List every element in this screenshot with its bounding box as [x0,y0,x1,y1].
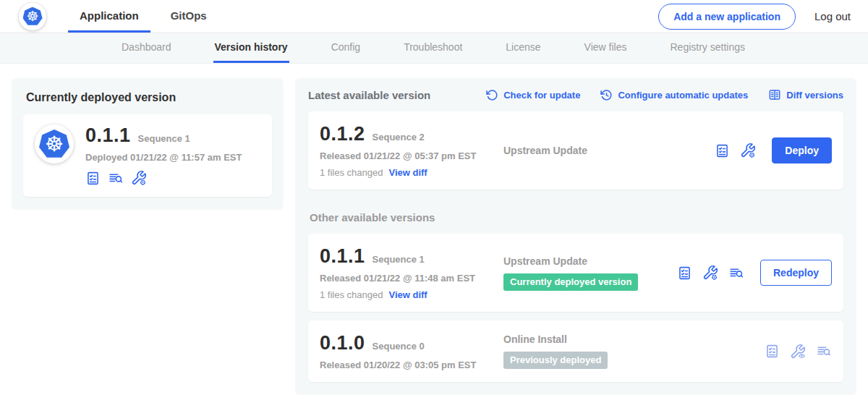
other-versions-title: Other available versions [310,211,843,224]
version-sequence: Sequence 2 [373,132,425,143]
version-row-0-1-1: 0.1.1 Sequence 1 Released 01/21/22 @ 11:… [308,234,843,312]
preflight-checks-icon[interactable] [715,143,730,158]
previously-deployed-badge: Previously deployed [503,352,608,369]
latest-version-title: Latest available version [308,89,430,101]
deployed-version-number: 0.1.1 [85,124,131,147]
deployed-version-panel: Currently deployed version ☸ 0.1.1 Seque… [12,78,284,210]
diff-versions-link[interactable]: Diff versions [768,88,843,101]
kubernetes-logo: ☸ [19,3,46,30]
version-history-panel: Latest available version Check for updat… [295,78,856,395]
app-subnav: Dashboard Version history Config Trouble… [0,33,868,64]
version-source: Upstream Update [503,255,677,267]
view-diff-link[interactable]: View diff [388,289,427,300]
app-logo: ☸ [35,124,74,163]
redeploy-button[interactable]: Redeploy [760,260,832,286]
deploy-logs-icon[interactable] [728,265,744,281]
deploy-button[interactable]: Deploy [772,137,832,163]
tab-config[interactable]: Config [330,33,362,63]
preflight-checks-icon[interactable] [677,265,692,281]
check-for-update-link[interactable]: Check for update [486,89,580,101]
deploy-logs-icon[interactable] [108,171,124,186]
tab-license[interactable]: License [504,33,542,63]
tab-dashboard[interactable]: Dashboard [120,33,173,63]
version-source: Upstream Update [503,145,715,156]
files-changed: 1 files changed [320,289,383,300]
deployed-timestamp: Deployed 01/21/22 @ 11:57 am EST [85,152,242,163]
preflight-checks-icon[interactable] [765,344,780,359]
deployed-version-card: ☸ 0.1.1 Sequence 1 Deployed 01/21/22 @ 1… [23,114,272,197]
diff-versions-label: Diff versions [786,90,843,101]
version-number: 0.1.0 [320,332,365,354]
edit-config-icon[interactable] [740,143,756,158]
deploy-logs-icon[interactable] [816,344,832,359]
edit-config-icon[interactable] [702,265,718,281]
refresh-icon [486,89,498,101]
tab-gitops[interactable]: GitOps [159,0,218,33]
top-bar: ☸ Application GitOps Add a new applicati… [0,0,868,33]
check-for-update-label: Check for update [503,90,580,101]
tab-view-files[interactable]: View files [583,33,629,63]
released-timestamp: Released 01/20/22 @ 03:05 pm EST [320,360,503,370]
app-nav: Application GitOps [68,0,227,33]
tab-application[interactable]: Application [68,0,150,33]
diff-icon [768,88,781,101]
add-application-button[interactable]: Add a new application [658,4,796,30]
deployed-sequence: Sequence 1 [138,133,190,144]
currently-deployed-badge: Currently deployed version [503,273,638,291]
auto-update-icon [600,89,613,101]
configure-auto-updates-label: Configure automatic updates [618,90,748,101]
preflight-checks-icon[interactable] [85,171,101,186]
logout-button[interactable]: Log out [814,10,851,22]
files-changed: 1 files changed [320,167,383,178]
view-config-icon[interactable] [790,344,806,360]
edit-config-icon[interactable] [131,170,147,186]
view-diff-link[interactable]: View diff [388,167,427,178]
released-timestamp: Released 01/21/22 @ 11:48 am EST [320,273,503,284]
version-number: 0.1.1 [320,245,365,268]
released-timestamp: Released 01/21/22 @ 05:37 pm EST [320,150,503,161]
version-sequence: Sequence 1 [373,254,425,265]
configure-auto-updates-link[interactable]: Configure automatic updates [600,89,748,101]
version-source: Online Install [503,333,765,345]
tab-version-history[interactable]: Version history [213,33,289,63]
version-sequence: Sequence 0 [373,341,425,352]
tab-troubleshoot[interactable]: Troubleshoot [402,33,464,63]
deployed-panel-title: Currently deployed version [26,91,272,104]
main-content: Currently deployed version ☸ 0.1.1 Seque… [0,64,868,408]
version-row-0-1-0: 0.1.0 Sequence 0 Released 01/20/22 @ 03:… [308,320,843,382]
version-number: 0.1.2 [320,123,365,145]
version-row-0-1-2: 0.1.2 Sequence 2 Released 01/21/22 @ 05:… [308,111,843,190]
tab-registry-settings[interactable]: Registry settings [668,33,746,63]
